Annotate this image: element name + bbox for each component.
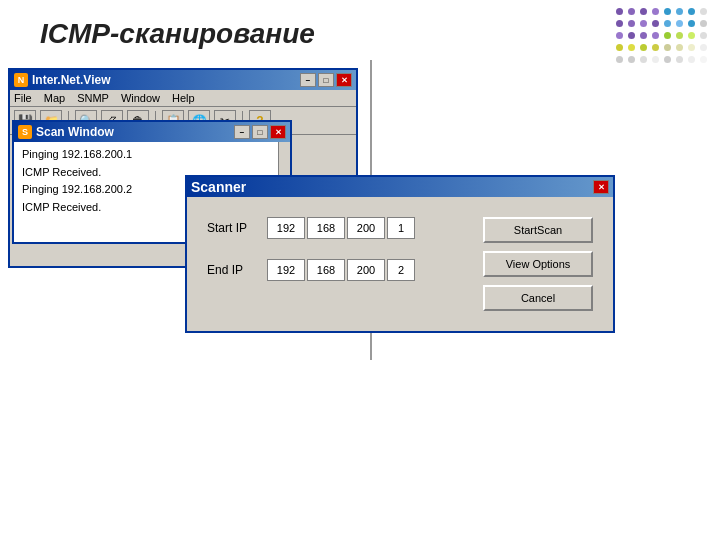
internetview-titlebar[interactable]: N Inter.Net.View − □ ✕ [10,70,356,90]
dot [628,8,635,15]
dot [688,56,695,63]
menu-help[interactable]: Help [172,92,195,104]
dot [688,32,695,39]
scan-close-button[interactable]: ✕ [270,125,286,139]
end-ip-row: End IP [207,259,463,281]
dot [640,56,647,63]
scanner-title: Scanner [191,179,589,195]
dot [640,44,647,51]
dot [628,44,635,51]
cancel-button[interactable]: Cancel [483,285,593,311]
dot [664,32,671,39]
scan-title: Scan Window [36,125,230,139]
start-scan-button[interactable]: StartScan [483,217,593,243]
dot [616,56,623,63]
end-ip-oct1[interactable] [267,259,305,281]
dot [676,20,683,27]
dot [676,44,683,51]
menu-file[interactable]: File [14,92,32,104]
view-options-button[interactable]: View Options [483,251,593,277]
start-ip-inputs [267,217,415,239]
dot [688,44,695,51]
dot [628,20,635,27]
dot [700,44,707,51]
internetview-maximize-button[interactable]: □ [318,73,334,87]
start-ip-oct4[interactable] [387,217,415,239]
dot [616,32,623,39]
menu-bar: File Map SNMP Window Help [10,90,356,107]
dot [664,20,671,27]
start-ip-label: Start IP [207,221,267,235]
dot [700,56,707,63]
dot [640,32,647,39]
dot [664,44,671,51]
dot [652,32,659,39]
dot [652,44,659,51]
dot [676,56,683,63]
dot [616,20,623,27]
dot [628,56,635,63]
start-ip-oct3[interactable] [347,217,385,239]
end-ip-oct2[interactable] [307,259,345,281]
end-ip-oct4[interactable] [387,259,415,281]
start-ip-oct1[interactable] [267,217,305,239]
scan-controls[interactable]: − □ ✕ [234,125,286,139]
scan-icon: S [18,125,32,139]
end-ip-inputs [267,259,415,281]
dot [628,32,635,39]
dot [652,56,659,63]
internetview-close-button[interactable]: ✕ [336,73,352,87]
dot [652,8,659,15]
menu-map[interactable]: Map [44,92,65,104]
dot [640,8,647,15]
ip-section: Start IP End IP [207,217,463,311]
dot [640,20,647,27]
start-ip-oct2[interactable] [307,217,345,239]
dot-grid-decoration [616,8,710,66]
start-ip-row: Start IP [207,217,463,239]
scanner-buttons: StartScan View Options Cancel [483,217,593,311]
dot [688,8,695,15]
dot [664,56,671,63]
page-title: ICMP-сканирование [0,0,720,60]
scan-log-line-1: Pinging 192.168.200.1 [22,146,282,164]
scanner-close-button[interactable]: ✕ [593,180,609,194]
dot [616,44,623,51]
dot [664,8,671,15]
internetview-title: Inter.Net.View [32,73,296,87]
dot [688,20,695,27]
menu-snmp[interactable]: SNMP [77,92,109,104]
dot [700,8,707,15]
scan-maximize-button[interactable]: □ [252,125,268,139]
scanner-content: Start IP End IP StartSca [187,197,613,331]
scan-titlebar[interactable]: S Scan Window − □ ✕ [14,122,290,142]
dot [700,32,707,39]
dot [652,20,659,27]
internetview-icon: N [14,73,28,87]
end-ip-label: End IP [207,263,267,277]
scanner-dialog: Scanner ✕ Start IP End IP [185,175,615,333]
end-ip-oct3[interactable] [347,259,385,281]
dot [676,32,683,39]
internetview-controls[interactable]: − □ ✕ [300,73,352,87]
dot [616,8,623,15]
scanner-controls[interactable]: ✕ [593,180,609,194]
scanner-titlebar[interactable]: Scanner ✕ [187,177,613,197]
scan-minimize-button[interactable]: − [234,125,250,139]
dot [700,20,707,27]
dot [676,8,683,15]
internetview-minimize-button[interactable]: − [300,73,316,87]
menu-window[interactable]: Window [121,92,160,104]
